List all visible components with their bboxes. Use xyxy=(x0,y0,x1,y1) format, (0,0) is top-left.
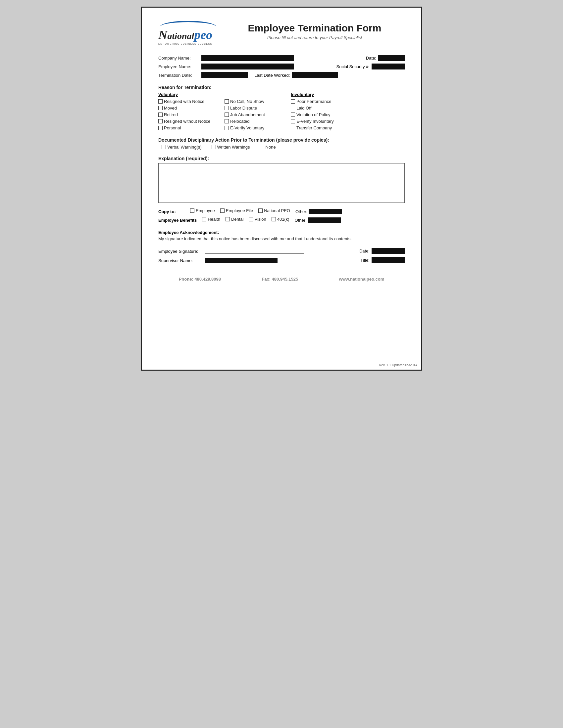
check-verbal-warning[interactable]: Verbal Warning(s) xyxy=(162,145,202,150)
footer-fax: Fax: 480.945.1525 xyxy=(261,277,298,282)
checkbox-no-call-icon[interactable] xyxy=(224,99,229,104)
checkbox-transfer-company-icon[interactable] xyxy=(291,126,295,130)
signature-section: Employee Signature: Date: Supervisor Nam… xyxy=(158,248,405,263)
checkbox-relocated-icon[interactable] xyxy=(224,119,229,123)
reason-section: Reason for Termination: Voluntary Resign… xyxy=(158,85,405,132)
sig-date-value[interactable] xyxy=(372,248,405,254)
check-employee-file[interactable]: Employee File xyxy=(220,208,253,213)
check-poor-performance[interactable]: Poor Performance xyxy=(291,99,405,104)
last-date-worked-label: Last Date Worked: xyxy=(254,73,290,78)
voluntary-col: Voluntary Resigned with Notice Moved Ret… xyxy=(158,92,224,132)
supervisor-name-value[interactable] xyxy=(205,258,277,263)
check-employee[interactable]: Employee xyxy=(190,208,215,213)
termination-date-value[interactable] xyxy=(201,72,248,78)
checkbox-everify-involuntary-icon[interactable] xyxy=(291,119,295,123)
checkbox-employee-icon[interactable] xyxy=(190,208,194,213)
written-warnings-label: Written Warnings xyxy=(217,145,250,150)
checkbox-laid-off-icon[interactable] xyxy=(291,106,295,110)
check-none[interactable]: None xyxy=(260,145,276,150)
checkbox-vision-icon[interactable] xyxy=(249,217,253,221)
checkbox-national-peo-icon[interactable] xyxy=(258,208,262,213)
check-everify-involuntary[interactable]: E-Verify Involuntary xyxy=(291,119,405,124)
company-name-value[interactable] xyxy=(201,55,294,61)
checkbox-resigned-notice-icon[interactable] xyxy=(158,99,163,104)
check-moved[interactable]: Moved xyxy=(158,106,224,111)
footer-phone: Phone: 480.429.8098 xyxy=(179,277,221,282)
ack-text: My signature indicated that this notice … xyxy=(158,236,405,241)
check-national-peo[interactable]: National PEO xyxy=(258,208,290,213)
checkbox-violation-policy-icon[interactable] xyxy=(291,113,295,117)
checkbox-resigned-no-notice-icon[interactable] xyxy=(158,119,163,123)
revision-note: Rev. 1.1 Updated 05/2014 xyxy=(379,363,417,367)
copy-to-label: Copy to: xyxy=(158,209,185,214)
ssn-value[interactable] xyxy=(372,64,405,69)
sig-date-label: Date: xyxy=(359,249,370,253)
check-job-abandonment[interactable]: Job Abandonment xyxy=(224,112,291,117)
check-vision[interactable]: Vision xyxy=(249,217,266,222)
nocall-col: x No Call, No Show Labor Dispute Job Aba… xyxy=(224,92,291,132)
disciplinary-items: Verbal Warning(s) Written Warnings None xyxy=(162,145,405,151)
none-label: None xyxy=(265,145,276,150)
ssn-label: Social Security #: xyxy=(337,64,370,69)
401k-label: 401(k) xyxy=(277,217,290,222)
checkbox-employee-file-icon[interactable] xyxy=(220,208,224,213)
check-violation-policy[interactable]: Violation of Policy xyxy=(291,112,405,117)
violation-policy-label: Violation of Policy xyxy=(297,112,330,117)
check-retired[interactable]: Retired xyxy=(158,112,224,117)
phone-label: Phone: xyxy=(179,277,193,282)
check-resigned-no-notice[interactable]: Resigned without Notice xyxy=(158,119,224,124)
check-labor-dispute[interactable]: Labor Dispute xyxy=(224,106,291,111)
personal-label: Personal xyxy=(164,125,181,130)
checkbox-labor-dispute-icon[interactable] xyxy=(224,106,229,110)
checkbox-retired-icon[interactable] xyxy=(158,113,163,117)
check-resigned-notice[interactable]: Resigned with Notice xyxy=(158,99,224,104)
copy-other-value[interactable] xyxy=(309,209,342,214)
checkbox-written-warnings-icon[interactable] xyxy=(211,145,216,149)
logo-wrapper: N ational peo EMPOWERING BUSINESS SUCCES… xyxy=(158,21,224,45)
checkbox-dental-icon[interactable] xyxy=(225,217,230,221)
check-laid-off[interactable]: Laid Off xyxy=(291,106,405,111)
fax-label: Fax: xyxy=(261,277,270,282)
involuntary-col: Involuntary Poor Performance Laid Off Vi… xyxy=(291,92,405,132)
last-date-worked-value[interactable] xyxy=(292,72,338,78)
checkbox-everify-voluntary-icon[interactable] xyxy=(224,126,229,130)
date-value[interactable] xyxy=(378,55,405,61)
logo-n: N xyxy=(158,27,167,42)
resigned-no-notice-label: Resigned without Notice xyxy=(164,119,210,124)
check-health[interactable]: Health xyxy=(202,217,220,222)
resigned-notice-label: Resigned with Notice xyxy=(164,99,204,104)
check-transfer-company[interactable]: Transfer Company xyxy=(291,125,405,130)
check-personal[interactable]: Personal xyxy=(158,125,224,130)
check-written-warnings[interactable]: Written Warnings xyxy=(211,145,250,150)
explanation-box[interactable] xyxy=(158,163,405,203)
employee-name-value[interactable] xyxy=(201,64,294,69)
check-everify-voluntary[interactable]: E-Verify Voluntary xyxy=(224,125,291,130)
check-401k[interactable]: 401(k) xyxy=(271,217,290,222)
checkbox-moved-icon[interactable] xyxy=(158,106,163,110)
check-no-call[interactable]: No Call, No Show xyxy=(224,99,291,104)
checkbox-health-icon[interactable] xyxy=(202,217,206,221)
check-relocated[interactable]: Relocated xyxy=(224,119,291,124)
footer-website: www.nationalpeo.com xyxy=(339,277,385,282)
vision-label: Vision xyxy=(254,217,266,222)
checkbox-401k-icon[interactable] xyxy=(271,217,276,221)
title-area: Employee Termination Form Please fill ou… xyxy=(224,21,405,40)
copy-to-row: Copy to: Employee Employee File National… xyxy=(158,208,405,215)
checkbox-none-icon[interactable] xyxy=(260,145,264,149)
employee-label: Employee xyxy=(196,208,215,213)
no-call-label: No Call, No Show xyxy=(230,99,264,104)
employee-sig-line[interactable] xyxy=(205,248,304,254)
retired-label: Retired xyxy=(164,112,178,117)
check-dental[interactable]: Dental xyxy=(225,217,244,222)
checkbox-verbal-warning-icon[interactable] xyxy=(162,145,166,149)
checkbox-personal-icon[interactable] xyxy=(158,126,163,130)
fax-number: 480.945.1525 xyxy=(272,277,299,282)
benefits-other-value[interactable] xyxy=(308,217,341,223)
employee-name-label: Employee Name: xyxy=(158,64,201,69)
title-value[interactable] xyxy=(372,257,405,263)
checkbox-poor-performance-icon[interactable] xyxy=(291,99,295,104)
form-title: Employee Termination Form xyxy=(224,23,405,34)
checkbox-job-abandonment-icon[interactable] xyxy=(224,113,229,117)
logo-arc-icon xyxy=(160,21,216,27)
poor-performance-label: Poor Performance xyxy=(297,99,332,104)
